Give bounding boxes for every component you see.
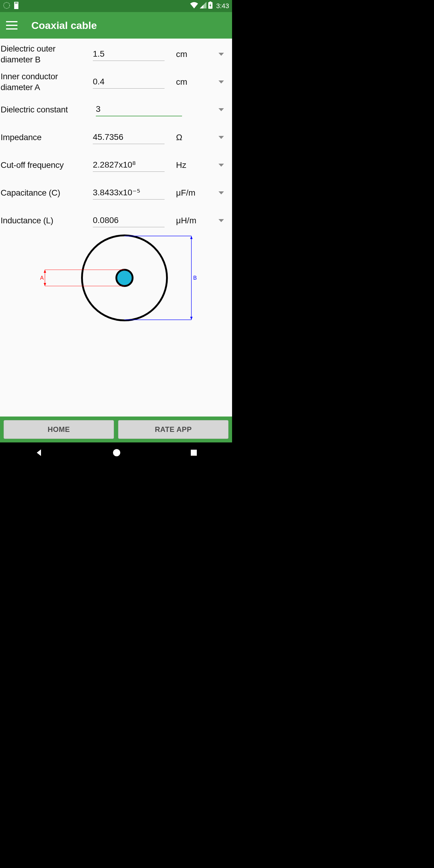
dielectric-constant-input[interactable] bbox=[96, 103, 182, 116]
app-bar: Coaxial cable bbox=[0, 12, 232, 38]
sd-card-icon bbox=[13, 2, 19, 10]
field-inductance: Inductance (L) μH/m bbox=[0, 207, 232, 235]
unit-dropdown[interactable] bbox=[213, 191, 230, 194]
unit-dropdown[interactable] bbox=[213, 108, 230, 111]
status-bar: 3:43 bbox=[0, 0, 232, 12]
cell-signal-icon bbox=[200, 2, 207, 10]
unit-label: cm bbox=[167, 77, 213, 87]
unit-label: μH/m bbox=[167, 216, 213, 225]
rate-app-button[interactable]: RATE APP bbox=[118, 420, 228, 439]
status-clock: 3:43 bbox=[216, 2, 229, 10]
chevron-down-icon bbox=[218, 53, 224, 56]
unit-dropdown[interactable] bbox=[213, 219, 230, 222]
svg-rect-1 bbox=[15, 2, 16, 4]
home-button[interactable]: HOME bbox=[4, 420, 114, 439]
svg-rect-5 bbox=[210, 1, 211, 2]
field-label: Inductance (L) bbox=[0, 215, 79, 226]
chevron-down-icon bbox=[218, 191, 224, 194]
bottom-bar: HOME RATE APP bbox=[0, 416, 232, 442]
inner-conductor-input[interactable] bbox=[93, 76, 164, 89]
wifi-icon bbox=[190, 2, 198, 10]
unit-label: μF/m bbox=[167, 188, 213, 198]
diagram-label-b: B bbox=[193, 275, 197, 281]
coaxial-diagram: B A bbox=[0, 235, 232, 325]
unit-label: Hz bbox=[167, 160, 213, 170]
field-dielectric-outer: Dielectric outer diameter B cm bbox=[0, 40, 232, 68]
field-dielectric-constant: Dielectric constant bbox=[0, 96, 232, 124]
field-label: Inner conductor diameter A bbox=[0, 71, 79, 93]
hamburger-icon[interactable] bbox=[6, 21, 18, 30]
inductance-input[interactable] bbox=[93, 214, 164, 227]
unit-dropdown[interactable] bbox=[213, 81, 230, 84]
system-nav-bar bbox=[0, 442, 232, 464]
unit-label: Ω bbox=[167, 133, 213, 142]
unit-dropdown[interactable] bbox=[213, 136, 230, 139]
field-label: Capacitance (C) bbox=[0, 187, 79, 198]
field-cutoff-frequency: Cut-off frequency Hz bbox=[0, 151, 232, 179]
unit-dropdown[interactable] bbox=[213, 164, 230, 167]
chevron-down-icon bbox=[218, 219, 224, 222]
chevron-down-icon bbox=[218, 136, 224, 139]
dielectric-outer-input[interactable] bbox=[93, 48, 164, 61]
field-impedance: Impedance Ω bbox=[0, 124, 232, 151]
nav-home-icon[interactable] bbox=[113, 448, 121, 458]
unit-dropdown[interactable] bbox=[213, 53, 230, 56]
chevron-down-icon bbox=[218, 81, 224, 84]
field-label: Impedance bbox=[0, 132, 79, 143]
battery-charging-icon bbox=[208, 1, 213, 10]
svg-rect-2 bbox=[16, 2, 17, 4]
svg-rect-3 bbox=[17, 2, 18, 4]
nav-back-icon[interactable] bbox=[34, 448, 43, 458]
field-label: Cut-off frequency bbox=[0, 160, 79, 170]
page-title: Coaxial cable bbox=[31, 20, 97, 31]
chevron-down-icon bbox=[218, 108, 224, 111]
field-label: Dielectric outer diameter B bbox=[0, 43, 79, 65]
svg-point-0 bbox=[4, 2, 10, 8]
impedance-input[interactable] bbox=[93, 131, 164, 144]
cutoff-input[interactable] bbox=[93, 159, 164, 172]
field-inner-conductor: Inner conductor diameter A cm bbox=[0, 68, 232, 96]
app-running-icon bbox=[3, 2, 10, 10]
svg-rect-15 bbox=[191, 450, 197, 456]
nav-recent-icon[interactable] bbox=[190, 449, 198, 458]
diagram-label-a: A bbox=[40, 275, 44, 281]
unit-label: cm bbox=[167, 50, 213, 59]
main-content: Dielectric outer diameter B cm Inner con… bbox=[0, 38, 232, 416]
field-capacitance: Capacitance (C) μF/m bbox=[0, 179, 232, 207]
svg-point-7 bbox=[116, 270, 133, 286]
svg-point-14 bbox=[113, 449, 120, 456]
field-label: Dielectric constant bbox=[0, 104, 79, 115]
capacitance-input[interactable] bbox=[93, 187, 164, 199]
chevron-down-icon bbox=[218, 164, 224, 167]
